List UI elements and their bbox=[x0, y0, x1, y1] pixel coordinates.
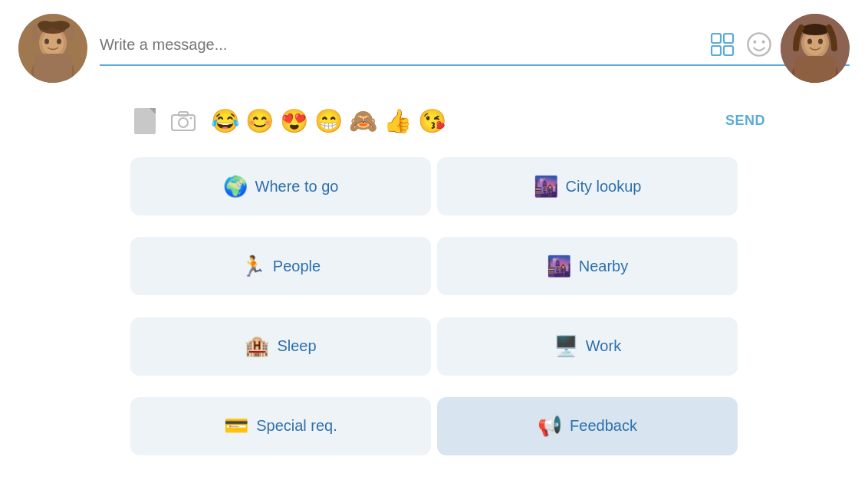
svg-point-10 bbox=[38, 21, 53, 30]
emoji-heart-eyes[interactable]: 😍 bbox=[280, 107, 308, 134]
svg-point-5 bbox=[44, 39, 49, 44]
special-req-button[interactable]: 💳 Special req. bbox=[130, 397, 431, 455]
camera-icon-button[interactable] bbox=[171, 110, 196, 132]
people-emoji: 🏃 bbox=[241, 255, 265, 278]
header bbox=[0, 0, 868, 97]
nearby-button[interactable]: 🌆 Nearby bbox=[437, 237, 738, 295]
svg-rect-23 bbox=[794, 56, 836, 83]
emoji-picker-button[interactable] bbox=[745, 31, 773, 58]
svg-point-17 bbox=[753, 41, 756, 44]
city-lookup-button[interactable]: 🌆 City lookup bbox=[437, 157, 738, 215]
svg-rect-8 bbox=[31, 25, 38, 41]
message-input[interactable] bbox=[100, 36, 699, 54]
svg-rect-9 bbox=[68, 25, 74, 41]
svg-point-11 bbox=[51, 21, 70, 30]
sleep-emoji: 🏨 bbox=[245, 334, 269, 358]
people-button[interactable]: 🏃 People bbox=[130, 237, 431, 295]
svg-rect-4 bbox=[34, 54, 72, 83]
work-label: Work bbox=[586, 337, 621, 355]
svg-point-27 bbox=[179, 118, 188, 127]
emoji-thumbsup[interactable]: 👍 bbox=[383, 107, 412, 134]
svg-point-24 bbox=[807, 39, 812, 44]
svg-point-29 bbox=[190, 117, 192, 119]
nearby-label: Nearby bbox=[579, 258, 628, 275]
toolbar: 😂 😊 😍 😁 🙈 👍 😘 SEND bbox=[0, 97, 868, 145]
people-label: People bbox=[273, 258, 321, 275]
avatar-right bbox=[781, 14, 850, 83]
svg-rect-28 bbox=[179, 112, 188, 116]
svg-rect-15 bbox=[724, 46, 733, 55]
emoji-kiss[interactable]: 😘 bbox=[418, 107, 446, 134]
send-button[interactable]: SEND bbox=[725, 113, 765, 129]
special-req-emoji: 💳 bbox=[224, 414, 248, 438]
message-input-area bbox=[100, 31, 850, 66]
emoji-list: 😂 😊 😍 😁 🙈 👍 😘 bbox=[211, 107, 446, 134]
svg-rect-12 bbox=[712, 34, 721, 43]
sleep-label: Sleep bbox=[277, 337, 316, 355]
where-to-go-emoji: 🌍 bbox=[223, 175, 248, 199]
emoji-smile[interactable]: 😊 bbox=[245, 107, 274, 134]
emoji-monkey[interactable]: 🙈 bbox=[349, 107, 377, 134]
city-lookup-emoji: 🌆 bbox=[534, 175, 558, 199]
where-to-go-button[interactable]: 🌍 Where to go bbox=[130, 157, 431, 215]
feedback-label: Feedback bbox=[570, 417, 637, 435]
buttons-grid: 🌍 Where to go 🌆 City lookup 🏃 People 🌆 N… bbox=[0, 145, 868, 483]
where-to-go-label: Where to go bbox=[255, 178, 339, 196]
feedback-emoji: 📢 bbox=[538, 414, 562, 438]
avatar-left bbox=[18, 14, 87, 83]
city-lookup-label: City lookup bbox=[566, 178, 642, 196]
feedback-button[interactable]: 📢 Feedback bbox=[437, 397, 738, 455]
message-input-row bbox=[100, 31, 850, 64]
svg-point-18 bbox=[762, 41, 765, 44]
svg-point-16 bbox=[748, 33, 770, 55]
nearby-emoji: 🌆 bbox=[547, 255, 571, 278]
work-button[interactable]: 🖥️ Work bbox=[437, 317, 738, 376]
svg-rect-14 bbox=[712, 46, 721, 55]
work-emoji: 🖥️ bbox=[554, 334, 578, 358]
app-container: 😂 😊 😍 😁 🙈 👍 😘 SEND 🌍 Where to go 🌆 City … bbox=[0, 0, 868, 483]
svg-point-25 bbox=[818, 39, 823, 44]
svg-rect-13 bbox=[724, 34, 733, 43]
special-req-label: Special req. bbox=[256, 417, 337, 435]
emoji-laughing[interactable]: 😂 bbox=[211, 107, 239, 134]
sleep-button[interactable]: 🏨 Sleep bbox=[130, 317, 431, 376]
file-icon-button[interactable] bbox=[134, 108, 156, 134]
grid-icon-button[interactable] bbox=[709, 31, 736, 58]
header-icons bbox=[709, 31, 773, 58]
input-underline bbox=[100, 64, 850, 66]
emoji-grin[interactable]: 😁 bbox=[314, 107, 343, 134]
svg-point-6 bbox=[57, 39, 61, 44]
